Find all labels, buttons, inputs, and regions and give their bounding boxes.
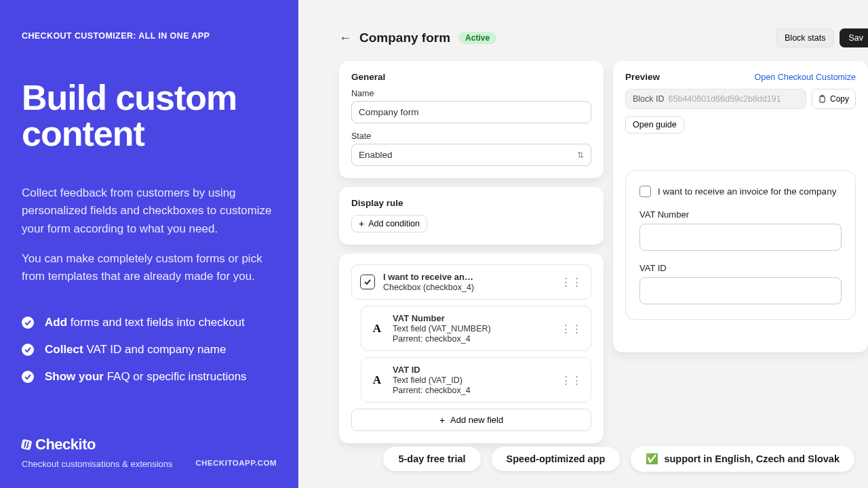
logo-mark-icon bbox=[21, 439, 33, 451]
drag-handle-icon[interactable]: ⋮⋮ bbox=[561, 276, 583, 288]
open-guide-button[interactable]: Open guide bbox=[625, 116, 684, 134]
drag-handle-icon[interactable]: ⋮⋮ bbox=[561, 374, 583, 386]
headline: Build custom content bbox=[22, 80, 277, 152]
card-heading: Preview bbox=[625, 72, 660, 82]
plus-icon: + bbox=[359, 219, 364, 228]
status-badge: Active bbox=[458, 32, 496, 44]
preview-vat-number-input[interactable] bbox=[639, 224, 842, 251]
field-item-text[interactable]: A VAT Number Text field (VAT_NUMBER) Par… bbox=[361, 306, 591, 351]
plus-icon: + bbox=[439, 415, 445, 425]
check-icon bbox=[22, 317, 34, 329]
preview-field-label: VAT Number bbox=[639, 209, 842, 220]
add-condition-button[interactable]: + Add condition bbox=[351, 215, 427, 232]
topbar: ← Company form Active Block stats Sav bbox=[339, 28, 868, 47]
bullet-item: Collect VAT ID and company name bbox=[22, 343, 277, 357]
block-stats-button[interactable]: Block stats bbox=[776, 28, 834, 47]
back-arrow-icon[interactable]: ← bbox=[339, 31, 351, 45]
form-preview: I want to receive an invoice for the com… bbox=[625, 170, 856, 320]
fields-card: I want to receive an… Checkbox (checkbox… bbox=[339, 253, 604, 443]
pill-speed: Speed-optimized app bbox=[492, 447, 620, 471]
check-emoji-icon: ✅ bbox=[646, 453, 658, 465]
preview-card: Preview Open Checkout Customize Block ID… bbox=[613, 61, 868, 352]
preview-checkbox-row[interactable]: I want to receive an invoice for the com… bbox=[639, 186, 842, 197]
field-item-text[interactable]: A VAT ID Text field (VAT_ID) Parrent: ch… bbox=[361, 357, 591, 403]
bullet-item: Add forms and text fields into checkout bbox=[22, 316, 277, 329]
pill-support: ✅ support in English, Czech and Slovak bbox=[631, 446, 854, 472]
general-card: General Name State Enabled ⇅ bbox=[339, 61, 604, 178]
bullet-item: Show your FAQ or specific instructions bbox=[22, 370, 277, 384]
field-item-checkbox[interactable]: I want to receive an… Checkbox (checkbox… bbox=[351, 264, 591, 300]
text-field-icon: A bbox=[370, 373, 384, 388]
field-label: Name bbox=[351, 89, 591, 98]
pitch-paragraph: Collect feedback from customers by using… bbox=[22, 184, 277, 238]
page-title: Company form bbox=[359, 30, 450, 45]
check-icon bbox=[22, 371, 34, 383]
checkbox-icon[interactable] bbox=[639, 186, 651, 197]
text-field-icon: A bbox=[370, 321, 384, 336]
bullet-list: Add forms and text fields into checkout … bbox=[22, 316, 277, 397]
state-select[interactable]: Enabled ⇅ bbox=[351, 144, 591, 166]
feature-pills: 5-day free trial Speed-optimized app ✅ s… bbox=[383, 446, 868, 472]
drag-handle-icon[interactable]: ⋮⋮ bbox=[561, 323, 583, 335]
save-button[interactable]: Sav bbox=[840, 28, 868, 47]
chevron-updown-icon: ⇅ bbox=[577, 151, 584, 159]
add-field-button[interactable]: + Add new field bbox=[351, 409, 591, 431]
block-id-display: Block ID 65b440601d66d59c2b8dd191 bbox=[625, 89, 806, 109]
preview-field-label: VAT ID bbox=[639, 263, 842, 273]
checkbox-icon bbox=[360, 274, 375, 289]
card-heading: General bbox=[351, 72, 591, 82]
app-main: ← Company form Active Block stats Sav Ge… bbox=[298, 0, 868, 488]
check-icon bbox=[22, 344, 34, 356]
card-heading: Display rule bbox=[351, 198, 591, 208]
pill-trial: 5-day free trial bbox=[383, 447, 480, 471]
copy-button[interactable]: Copy bbox=[812, 89, 856, 109]
eyebrow: CHECKOUT CUSTOMIZER: ALL IN ONE APP bbox=[22, 31, 277, 41]
domain-link[interactable]: CHECKITOAPP.COM bbox=[195, 459, 277, 469]
display-rule-card: Display rule + Add condition bbox=[339, 187, 604, 245]
preview-vat-id-input[interactable] bbox=[639, 277, 842, 304]
brand-footer: Checkito Checkout customisations & exten… bbox=[22, 436, 277, 469]
field-label: State bbox=[351, 131, 591, 141]
logo: Checkito bbox=[22, 436, 277, 453]
clipboard-icon bbox=[818, 95, 827, 103]
marketing-sidebar: CHECKOUT CUSTOMIZER: ALL IN ONE APP Buil… bbox=[0, 0, 298, 488]
tagline: Checkout customisations & extensions bbox=[22, 459, 173, 469]
name-input[interactable] bbox=[351, 101, 591, 123]
pitch-paragraph: You can make completely custom forms or … bbox=[22, 250, 277, 286]
open-customizer-link[interactable]: Open Checkout Customize bbox=[755, 73, 856, 82]
svg-rect-0 bbox=[820, 96, 825, 102]
